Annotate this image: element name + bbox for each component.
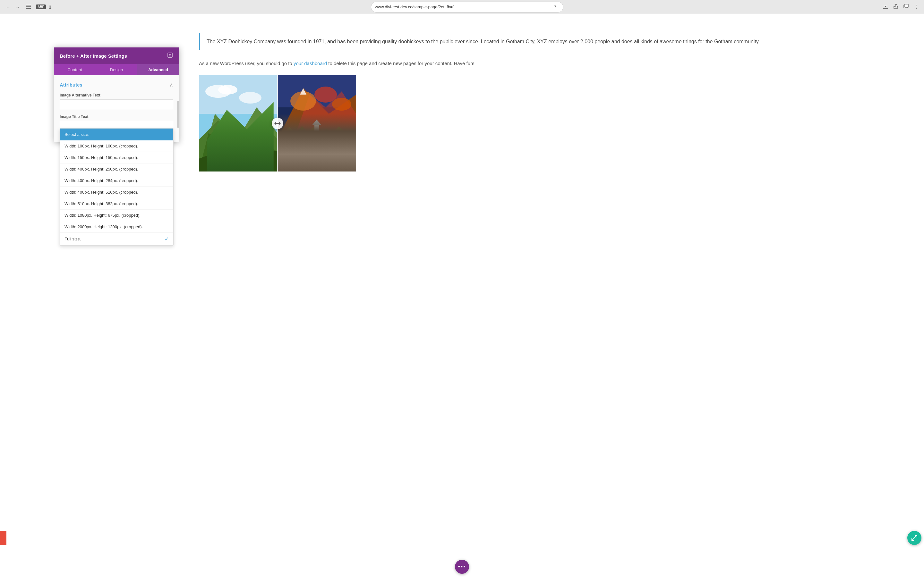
svg-rect-2 bbox=[26, 8, 31, 9]
panel-header: Before + After Image Settings bbox=[54, 47, 179, 64]
svg-rect-40 bbox=[168, 53, 172, 57]
body-paragraph: As a new WordPress user, you should go t… bbox=[199, 59, 892, 68]
dropdown-option-2[interactable]: Width: 150px. Height: 150px. (cropped). bbox=[60, 152, 173, 163]
dropdown-option-4[interactable]: Width: 400px. Height: 284px. (cropped). bbox=[60, 175, 173, 187]
page-wrapper: The XYZ Doohickey Company was founded in… bbox=[0, 14, 924, 577]
svg-marker-12 bbox=[199, 130, 278, 171]
svg-rect-28 bbox=[324, 134, 331, 143]
svg-marker-37 bbox=[284, 145, 290, 157]
forward-button[interactable]: → bbox=[13, 3, 22, 11]
svg-marker-13 bbox=[199, 149, 278, 171]
back-button[interactable]: ← bbox=[4, 3, 12, 11]
info-button[interactable]: ℹ bbox=[48, 3, 52, 11]
dropdown-option-1[interactable]: Width: 100px. Height: 100px. (cropped). bbox=[60, 140, 173, 152]
collapse-button[interactable]: ∧ bbox=[170, 82, 173, 88]
quote-block: The XYZ Doohickey Company was founded in… bbox=[199, 33, 892, 50]
three-dots-icon: ••• bbox=[458, 564, 466, 570]
tab-advanced[interactable]: Advanced bbox=[137, 64, 179, 75]
svg-point-8 bbox=[218, 85, 237, 95]
browser-chrome: ← → ABP ℹ ↻ bbox=[0, 0, 924, 14]
divider-handle[interactable] bbox=[272, 118, 283, 129]
resize-button[interactable] bbox=[907, 531, 921, 545]
tab-design[interactable]: Design bbox=[95, 64, 137, 75]
panel-tabs: Content Design Advanced bbox=[54, 64, 179, 75]
svg-rect-24 bbox=[300, 131, 306, 143]
selected-checkmark: ✓ bbox=[165, 236, 169, 242]
share-button[interactable] bbox=[892, 3, 900, 11]
svg-marker-25 bbox=[297, 126, 307, 131]
three-dots-button[interactable]: ••• bbox=[455, 560, 469, 574]
field-label-title-text: Image Title Text bbox=[60, 114, 173, 119]
svg-rect-1 bbox=[26, 6, 31, 7]
dropdown-selected[interactable]: Select a size. bbox=[60, 129, 173, 140]
svg-marker-29 bbox=[322, 129, 332, 134]
scroll-indicator[interactable] bbox=[177, 101, 179, 128]
field-label-alt-text: Image Alternative Text bbox=[60, 93, 173, 97]
svg-point-20 bbox=[332, 98, 351, 111]
dropdown-option-3[interactable]: Width: 400px. Height: 250px. (cropped). bbox=[60, 163, 173, 175]
new-tab-button[interactable] bbox=[902, 3, 910, 11]
svg-rect-26 bbox=[310, 132, 319, 143]
svg-marker-23 bbox=[284, 127, 295, 133]
before-image bbox=[199, 75, 278, 171]
settings-panel: Before + After Image Settings Content De… bbox=[54, 47, 179, 142]
reload-button[interactable]: ↻ bbox=[553, 3, 559, 11]
svg-marker-36 bbox=[278, 146, 283, 155]
svg-marker-31 bbox=[333, 127, 345, 132]
download-button[interactable] bbox=[882, 3, 889, 11]
panel-icon-button[interactable] bbox=[167, 52, 173, 60]
svg-point-41 bbox=[169, 54, 171, 56]
svg-rect-30 bbox=[335, 132, 344, 143]
body-text-2: to delete this page and create new pages… bbox=[327, 61, 474, 66]
address-bar[interactable] bbox=[375, 5, 550, 9]
panel-body: Attributes ∧ Image Alternative Text Imag… bbox=[54, 75, 179, 142]
address-bar-container: ↻ bbox=[371, 2, 564, 13]
dropdown-option-7[interactable]: Width: 1080px. Height: 675px. (cropped). bbox=[60, 210, 173, 221]
svg-rect-34 bbox=[278, 146, 356, 171]
section-title: Attributes bbox=[60, 82, 82, 87]
svg-marker-38 bbox=[342, 144, 348, 155]
tab-content[interactable]: Content bbox=[54, 64, 95, 75]
panel-title: Before + After Image Settings bbox=[60, 53, 127, 59]
svg-marker-11 bbox=[199, 120, 278, 171]
body-text-1: As a new WordPress user, you should go t… bbox=[199, 61, 294, 66]
svg-point-35 bbox=[287, 147, 319, 151]
adblock-badge[interactable]: ABP bbox=[36, 5, 46, 9]
dropdown-option-9[interactable]: Full size. ✓ bbox=[60, 233, 173, 245]
svg-rect-32 bbox=[314, 125, 319, 139]
before-after-image bbox=[199, 75, 356, 171]
svg-rect-0 bbox=[26, 5, 31, 5]
svg-rect-4 bbox=[905, 4, 908, 7]
svg-point-19 bbox=[314, 87, 337, 103]
svg-point-9 bbox=[239, 92, 262, 103]
svg-marker-27 bbox=[307, 127, 320, 132]
after-image bbox=[278, 75, 356, 171]
left-handle[interactable] bbox=[0, 531, 6, 545]
dashboard-link[interactable]: your dashboard bbox=[294, 61, 327, 66]
dropdown-option-6[interactable]: Width: 510px. Height: 382px. (cropped). bbox=[60, 198, 173, 210]
nav-buttons: ← → bbox=[4, 3, 33, 11]
section-header: Attributes ∧ bbox=[60, 82, 173, 88]
sidebar-toggle[interactable] bbox=[23, 3, 33, 11]
svg-marker-33 bbox=[312, 119, 321, 125]
dropdown-option-8[interactable]: Width: 2000px. Height: 1200px. (cropped)… bbox=[60, 221, 173, 233]
browser-icons: ⋮ bbox=[882, 3, 920, 11]
alt-text-input[interactable] bbox=[60, 99, 173, 110]
quote-text: The XYZ Doohickey Company was founded in… bbox=[207, 37, 885, 46]
size-dropdown: Select a size. Width: 100px. Height: 100… bbox=[60, 128, 174, 245]
extensions-button[interactable]: ⋮ bbox=[913, 3, 920, 11]
dropdown-option-5[interactable]: Width: 400px. Height: 516px. (cropped). bbox=[60, 187, 173, 198]
svg-marker-39 bbox=[351, 147, 356, 156]
svg-rect-22 bbox=[287, 133, 295, 143]
